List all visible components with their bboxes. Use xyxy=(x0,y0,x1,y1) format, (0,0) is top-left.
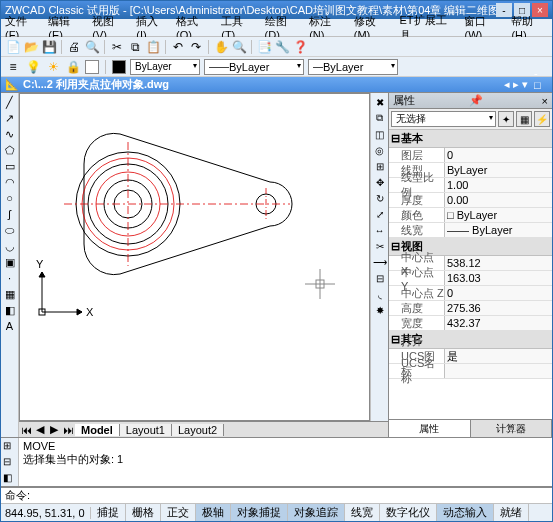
status-button[interactable]: 动态输入 xyxy=(437,504,494,521)
property-row[interactable]: 颜色□ ByLayer xyxy=(389,208,552,223)
tab-properties[interactable]: 属性 xyxy=(389,420,471,437)
selection-combo[interactable]: 无选择 xyxy=(391,111,496,127)
scale-icon[interactable]: ⤢ xyxy=(373,207,387,221)
lock-icon[interactable]: 🔒 xyxy=(65,59,81,75)
print-icon[interactable]: 🖨 xyxy=(66,39,82,55)
copy-obj-icon[interactable]: ⧉ xyxy=(373,111,387,125)
zoom-icon[interactable]: 🔍 xyxy=(231,39,247,55)
status-button[interactable]: 正交 xyxy=(161,504,196,521)
pickadd-icon[interactable]: ✦ xyxy=(498,111,514,127)
save-icon[interactable]: 💾 xyxy=(41,39,57,55)
property-row[interactable]: 高度275.36 xyxy=(389,301,552,316)
pan-icon[interactable]: ✋ xyxy=(213,39,229,55)
offset-icon[interactable]: ◎ xyxy=(373,143,387,157)
property-row[interactable]: 图层0 xyxy=(389,148,552,163)
status-button[interactable]: 极轴 xyxy=(196,504,231,521)
drawing-canvas[interactable]: X Y xyxy=(19,93,370,421)
pin-icon[interactable]: 📌 xyxy=(469,94,483,107)
undo-icon[interactable]: ↶ xyxy=(170,39,186,55)
command-input[interactable] xyxy=(34,490,548,501)
layer-icon[interactable]: ≡ xyxy=(5,59,21,75)
cmd-tool3-icon[interactable]: ◧ xyxy=(3,472,17,486)
extend-icon[interactable]: ⟶ xyxy=(373,255,387,269)
hatch-icon[interactable]: ▦ xyxy=(3,287,17,301)
cmd-tool2-icon[interactable]: ⊟ xyxy=(3,456,17,470)
status-button[interactable]: 对象追踪 xyxy=(288,504,345,521)
paste-icon[interactable]: 📋 xyxy=(145,39,161,55)
property-row[interactable]: 厚度0.00 xyxy=(389,193,552,208)
property-row[interactable]: 中心点 Y163.03 xyxy=(389,271,552,286)
tab-first-icon[interactable]: ⏮ xyxy=(19,424,33,436)
break-icon[interactable]: ⊟ xyxy=(373,271,387,285)
pline-icon[interactable]: ∿ xyxy=(3,127,17,141)
property-row[interactable]: 线宽—— ByLayer xyxy=(389,223,552,238)
text-icon[interactable]: A xyxy=(3,319,17,333)
property-row[interactable]: UCS名称 xyxy=(389,364,552,379)
open-icon[interactable]: 📂 xyxy=(23,39,39,55)
redo-icon[interactable]: ↷ xyxy=(188,39,204,55)
color-swatch[interactable] xyxy=(85,60,99,74)
property-category[interactable]: ⊟基本 xyxy=(389,130,552,148)
polygon-icon[interactable]: ⬠ xyxy=(3,143,17,157)
help-icon[interactable]: ❓ xyxy=(292,39,308,55)
preview-icon[interactable]: 🔍 xyxy=(84,39,100,55)
select-icon[interactable]: ▦ xyxy=(516,111,532,127)
status-bar: 844.95, 51.31, 0 捕捉栅格正交极轴对象捕捉对象追踪线宽数字化仪动… xyxy=(1,503,552,521)
cmd-tool1-icon[interactable]: ⊞ xyxy=(3,440,17,454)
array-icon[interactable]: ⊞ xyxy=(373,159,387,173)
trim-icon[interactable]: ✂ xyxy=(373,239,387,253)
tab-calculator[interactable]: 计算器 xyxy=(471,420,553,437)
property-row[interactable]: 线型比例1.00 xyxy=(389,178,552,193)
status-button[interactable]: 数字化仪 xyxy=(380,504,437,521)
move-icon[interactable]: ✥ xyxy=(373,175,387,189)
status-button[interactable]: 捕捉 xyxy=(91,504,126,521)
ellipse-icon[interactable]: ⬭ xyxy=(3,223,17,237)
props-close-icon[interactable]: × xyxy=(542,95,548,107)
circle-icon[interactable]: ○ xyxy=(3,191,17,205)
doc-minimize-button[interactable]: - xyxy=(534,67,548,79)
earc-icon[interactable]: ◡ xyxy=(3,239,17,253)
tool-icon[interactable]: 🔧 xyxy=(274,39,290,55)
quicksel-icon[interactable]: ⚡ xyxy=(534,111,550,127)
stretch-icon[interactable]: ↔ xyxy=(373,223,387,237)
fillet-icon[interactable]: ◟ xyxy=(373,287,387,301)
point-icon[interactable]: · xyxy=(3,271,17,285)
arc-icon[interactable]: ◠ xyxy=(3,175,17,189)
status-button[interactable]: 就绪 xyxy=(494,504,529,521)
tab-prev-icon[interactable]: ◀ xyxy=(33,423,47,436)
cut-icon[interactable]: ✂ xyxy=(109,39,125,55)
erase-icon[interactable]: ✖ xyxy=(373,95,387,109)
bulb-icon[interactable]: 💡 xyxy=(25,59,41,75)
property-row[interactable]: 中心点 Z0 xyxy=(389,286,552,301)
tab-next-icon[interactable]: ▶ xyxy=(47,423,61,436)
property-row[interactable]: 宽度432.37 xyxy=(389,316,552,331)
linetype-combo[interactable]: —— ByLayer xyxy=(204,59,304,75)
lineweight-combo[interactable]: — ByLayer xyxy=(308,59,398,75)
mirror-icon[interactable]: ◫ xyxy=(373,127,387,141)
status-button[interactable]: 线宽 xyxy=(345,504,380,521)
properties-grid[interactable]: ⊟基本图层0线型ByLayer线型比例1.00厚度0.00颜色□ ByLayer… xyxy=(389,130,552,419)
xline-icon[interactable]: ↗ xyxy=(3,111,17,125)
copy-icon[interactable]: ⧉ xyxy=(127,39,143,55)
layout-tab[interactable]: Layout1 xyxy=(120,424,172,436)
tab-last-icon[interactable]: ⏭ xyxy=(61,424,75,436)
block-icon[interactable]: ▣ xyxy=(3,255,17,269)
freeze-icon[interactable]: ☀ xyxy=(45,59,61,75)
rect-icon[interactable]: ▭ xyxy=(3,159,17,173)
props-icon[interactable]: 📑 xyxy=(256,39,272,55)
region-icon[interactable]: ◧ xyxy=(3,303,17,317)
rotate-icon[interactable]: ↻ xyxy=(373,191,387,205)
new-icon[interactable]: 📄 xyxy=(5,39,21,55)
color-combo[interactable]: ByLayer xyxy=(130,59,200,75)
status-button[interactable]: 栅格 xyxy=(126,504,161,521)
doc-maximize-button[interactable]: □ xyxy=(534,79,548,91)
layout-tab[interactable]: Model xyxy=(75,424,120,436)
line-icon[interactable]: ╱ xyxy=(3,95,17,109)
color-black[interactable] xyxy=(112,60,126,74)
command-history[interactable]: MOVE 选择集当中的对象: 1 xyxy=(19,438,552,486)
layout-tab[interactable]: Layout2 xyxy=(172,424,224,436)
spline-icon[interactable]: ∫ xyxy=(3,207,17,221)
status-button[interactable]: 对象捕捉 xyxy=(231,504,288,521)
command-line[interactable]: 命令: xyxy=(1,487,552,503)
explode-icon[interactable]: ✸ xyxy=(373,303,387,317)
